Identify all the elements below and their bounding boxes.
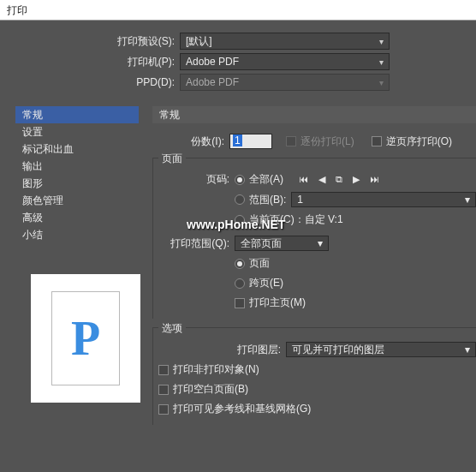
range-label: 范围(B): xyxy=(249,193,286,207)
first-page-icon[interactable]: ⏮ xyxy=(299,174,308,185)
collate-label: 逐份打印(L) xyxy=(300,134,354,149)
top-settings: 打印预设(S): [默认] ▾ 打印机(P): Adobe PDF ▾ PPD(… xyxy=(0,21,476,101)
ppd-label: PPD(D): xyxy=(0,76,180,88)
radio-icon xyxy=(235,194,245,205)
spread-radio[interactable]: 跨页(E) xyxy=(235,276,283,290)
checkbox-icon xyxy=(158,365,169,375)
sidebar-item-summary[interactable]: 小结 xyxy=(15,226,139,243)
checkbox-icon xyxy=(235,298,245,308)
copies-label: 份数(I): xyxy=(170,134,229,149)
current-label: 当前页(C)：自定 V:1 xyxy=(249,212,343,227)
radio-icon xyxy=(235,259,245,269)
reverse-label: 逆页序打印(O) xyxy=(386,134,452,149)
preset-select[interactable]: [默认] ▾ xyxy=(180,33,390,50)
printer-select[interactable]: Adobe PDF ▾ xyxy=(180,53,390,70)
pages-legend: 页面 xyxy=(158,152,186,166)
checkbox-icon xyxy=(158,404,169,415)
range-select[interactable]: 1 ▾ xyxy=(291,192,476,207)
pages-fieldset: 页面 页码: 全部(A) ⏮ ◀ ⧉ ▶ ⏭ xyxy=(152,158,476,319)
options-legend: 选项 xyxy=(158,321,186,336)
prev-page-icon[interactable]: ◀ xyxy=(318,174,325,185)
ppd-value: Adobe PDF xyxy=(186,76,239,88)
preset-label: 打印预设(S): xyxy=(0,34,180,49)
page-nav: ⏮ ◀ ⧉ ▶ ⏭ xyxy=(299,174,379,185)
page-num-label: 页码: xyxy=(153,172,235,187)
master-checkbox[interactable]: 打印主页(M) xyxy=(235,296,306,310)
layers-select[interactable]: 可见并可打印的图层 ▾ xyxy=(286,342,476,357)
main-panel: 常规 份数(I): 1 逐份打印(L) 逆页序打印(O) 页面 页码: 全部(A… xyxy=(139,106,476,425)
radio-icon xyxy=(235,215,245,225)
page-preview: P xyxy=(31,274,140,403)
sidebar-item-marks[interactable]: 标记和出血 xyxy=(15,140,139,158)
copies-input[interactable]: 1 xyxy=(229,134,272,149)
blank-checkbox[interactable]: 打印空白页面(B) xyxy=(158,382,248,397)
sidebar-item-graphics[interactable]: 图形 xyxy=(15,175,139,192)
checkbox-icon xyxy=(286,136,296,146)
collate-checkbox: 逐份打印(L) xyxy=(286,134,354,149)
ppd-select: Adobe PDF ▾ xyxy=(180,74,390,91)
printer-label: 打印机(P): xyxy=(0,55,180,69)
chevron-down-icon: ▾ xyxy=(379,37,384,46)
checkbox-icon xyxy=(158,385,169,395)
next-page-icon[interactable]: ▶ xyxy=(353,174,360,185)
sidebar-item-general[interactable]: 常规 xyxy=(15,106,139,123)
checkbox-icon xyxy=(372,136,382,146)
sidebar-item-color[interactable]: 颜色管理 xyxy=(15,192,139,209)
page-radio[interactable]: 页面 xyxy=(235,256,270,271)
guides-checkbox[interactable]: 打印可见参考线和基线网格(G) xyxy=(158,402,311,416)
chevron-down-icon: ▾ xyxy=(318,237,323,249)
radio-icon xyxy=(235,278,245,289)
scope-label: 打印范围(Q): xyxy=(153,236,235,251)
pages-current-radio[interactable]: 当前页(C)：自定 V:1 xyxy=(235,212,343,227)
window-title: 打印 xyxy=(7,4,27,16)
pages-all-radio[interactable]: 全部(A) xyxy=(235,172,283,187)
sidebar-item-setup[interactable]: 设置 xyxy=(15,123,139,140)
layers-label: 打印图层: xyxy=(153,343,286,357)
chevron-down-icon: ▾ xyxy=(465,194,470,206)
sidebar-item-advanced[interactable]: 高级 xyxy=(15,209,139,226)
sidebar: 常规 设置 标记和出血 输出 图形 颜色管理 高级 小结 P xyxy=(0,106,139,425)
chevron-down-icon: ▾ xyxy=(379,57,384,67)
preset-value: [默认] xyxy=(186,34,212,49)
panel-header: 常规 xyxy=(152,106,476,123)
titlebar: 打印 xyxy=(0,0,476,21)
chevron-down-icon: ▾ xyxy=(465,344,470,355)
reverse-checkbox[interactable]: 逆页序打印(O) xyxy=(372,134,452,149)
nonprint-checkbox[interactable]: 打印非打印对象(N) xyxy=(158,362,259,377)
spread-icon[interactable]: ⧉ xyxy=(336,174,342,185)
chevron-down-icon: ▾ xyxy=(379,78,384,87)
scope-select[interactable]: 全部页面 ▾ xyxy=(235,236,329,251)
printer-value: Adobe PDF xyxy=(186,56,239,68)
last-page-icon[interactable]: ⏭ xyxy=(370,174,379,185)
pages-range-radio[interactable]: 范围(B): xyxy=(235,193,286,207)
options-fieldset: 选项 打印图层: 可见并可打印的图层 ▾ 打印非打印对象(N) 打印空白页面(B… xyxy=(152,327,476,425)
sidebar-item-output[interactable]: 输出 xyxy=(15,158,139,175)
radio-icon xyxy=(235,175,245,185)
